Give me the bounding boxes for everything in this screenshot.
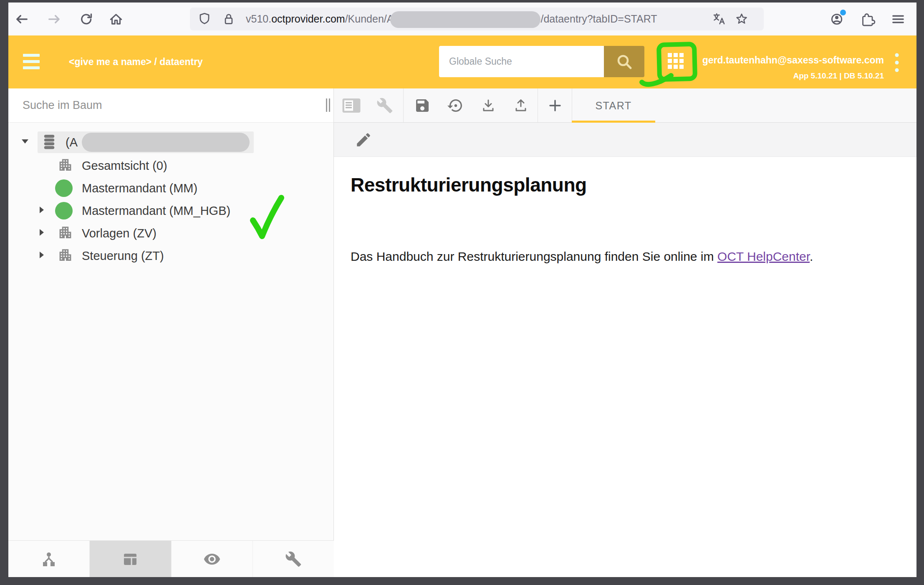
content-edit-bar: [334, 123, 916, 157]
url-redaction-blob: [390, 11, 540, 28]
puzzle-icon: [860, 11, 876, 28]
content-area: Restrukturierungsplanung Das Handbuch zu…: [334, 157, 916, 577]
form-panel-button-disabled[interactable]: [342, 98, 361, 113]
global-search-button[interactable]: [604, 46, 644, 77]
url-bar[interactable]: v510.octprovider.com/Kunden/AD/dataentry…: [190, 8, 764, 30]
shield-icon[interactable]: [197, 11, 212, 29]
database-icon: [41, 133, 58, 151]
user-email[interactable]: gerd.tautenhahn@saxess-software.com: [702, 55, 884, 66]
navigation-tree-panel: (A Gesamtsicht (0) Mastermandant (MM) Ma…: [8, 88, 334, 577]
browser-account-button[interactable]: [828, 11, 845, 28]
url-query: /dataentry?tabID=START: [540, 13, 657, 25]
upload-button[interactable]: [512, 97, 529, 114]
tree-label: Gesamtsicht (0): [82, 159, 167, 173]
page-title: Restrukturierungsplanung: [351, 174, 587, 196]
tree-label: Steuerung (ZT): [82, 249, 164, 263]
building-icon: [58, 225, 73, 242]
hamburger-icon: [890, 11, 906, 28]
history-restore-icon: [447, 97, 464, 114]
browser-extensions-button[interactable]: [860, 11, 876, 28]
caret-right-icon[interactable]: [38, 206, 45, 216]
browser-toolbar: v510.octprovider.com/Kunden/AD/dataentry…: [8, 3, 916, 35]
building-icon: [58, 157, 73, 174]
toolbar-divider: [403, 88, 404, 122]
plus-icon: [548, 98, 563, 113]
back-arrow-icon: [13, 11, 30, 28]
upload-icon: [512, 97, 529, 114]
form-panel-icon: [342, 98, 361, 113]
browser-back-button[interactable]: [13, 11, 30, 28]
panel-view-switcher: [8, 540, 334, 577]
tree-search-input[interactable]: [23, 88, 306, 122]
document-toolbar: START: [334, 88, 916, 123]
toolbar-divider: [538, 88, 538, 122]
home-icon: [108, 11, 124, 28]
green-status-circle-icon: [55, 202, 73, 219]
tab-start[interactable]: START: [572, 88, 655, 123]
caret-right-icon[interactable]: [38, 228, 45, 238]
app-menu-button[interactable]: [23, 54, 40, 73]
wrench-icon: [376, 97, 393, 114]
save-button[interactable]: [414, 97, 431, 114]
save-icon: [414, 97, 431, 114]
url-domain: octprovider.com: [271, 13, 345, 25]
search-icon: [614, 52, 634, 72]
bookmark-star-icon[interactable]: [734, 11, 750, 29]
url-subdomain: v510.: [246, 13, 271, 25]
add-tab-button[interactable]: [548, 98, 563, 113]
tree-search-row: [8, 88, 333, 123]
hamburger-icon: [23, 54, 40, 57]
restore-button[interactable]: [447, 97, 464, 114]
forward-arrow-icon: [46, 11, 63, 28]
caret-right-icon[interactable]: [38, 251, 45, 261]
browser-home-button[interactable]: [108, 11, 124, 28]
tree-label: (A: [66, 136, 78, 149]
pencil-icon: [355, 131, 372, 149]
body-paragraph: Das Handbuch zur Restrukturierungsplanun…: [351, 250, 813, 264]
caret-down-icon[interactable]: [21, 137, 29, 147]
tree-label: Mastermandant (MM): [82, 182, 197, 195]
eye-icon: [203, 550, 221, 568]
wrench-icon: [285, 551, 302, 567]
annotation-green-tail: [639, 72, 674, 91]
global-search-input[interactable]: [439, 46, 604, 77]
building-icon: [58, 247, 73, 265]
settings-view-button[interactable]: [253, 541, 334, 577]
download-button[interactable]: [480, 97, 497, 114]
browser-forward-button[interactable]: [46, 11, 63, 28]
form-layout-icon: [122, 551, 139, 567]
lock-icon[interactable]: [221, 11, 237, 29]
green-status-circle-icon: [55, 179, 73, 197]
url-text: v510.octprovider.com/Kunden/AD/dataentry…: [246, 8, 657, 30]
breadcrumb: <give me a name> / dataentry: [69, 35, 203, 88]
hierarchy-icon: [40, 551, 57, 567]
browser-reload-button[interactable]: [78, 11, 95, 28]
edit-button[interactable]: [355, 131, 372, 150]
helpcenter-link[interactable]: OCT HelpCenter: [717, 250, 810, 263]
translate-icon[interactable]: [711, 11, 727, 29]
tree-redaction-blob: [82, 133, 250, 152]
tree-row-gesamtsicht[interactable]: Gesamtsicht (0): [8, 154, 333, 178]
form-view-button[interactable]: [90, 541, 171, 577]
app-header: <give me a name> / dataentry gerd.tauten…: [8, 35, 916, 88]
global-search: [439, 46, 644, 77]
preview-view-button[interactable]: [172, 541, 253, 577]
tree-view-button[interactable]: [8, 541, 90, 577]
tree-label: Vorlagen (ZV): [82, 227, 157, 240]
tree-row-steuerung[interactable]: Steuerung (ZT): [8, 244, 333, 268]
tree-label: Mastermandant (MM_HGB): [82, 204, 230, 218]
tree-row-root[interactable]: (A: [8, 130, 333, 154]
download-icon: [480, 97, 497, 114]
kebab-menu-icon: [894, 52, 900, 73]
header-overflow-menu-button[interactable]: [894, 52, 900, 75]
browser-menu-button[interactable]: [890, 11, 906, 28]
reload-icon: [78, 11, 95, 28]
version-info: App 5.10.21 | DB 5.10.21: [793, 71, 884, 81]
configure-button-disabled[interactable]: [376, 97, 393, 114]
notification-dot: [840, 10, 846, 15]
annotation-green-checkmark: [247, 194, 287, 243]
panel-splitter-handle[interactable]: [326, 98, 330, 112]
